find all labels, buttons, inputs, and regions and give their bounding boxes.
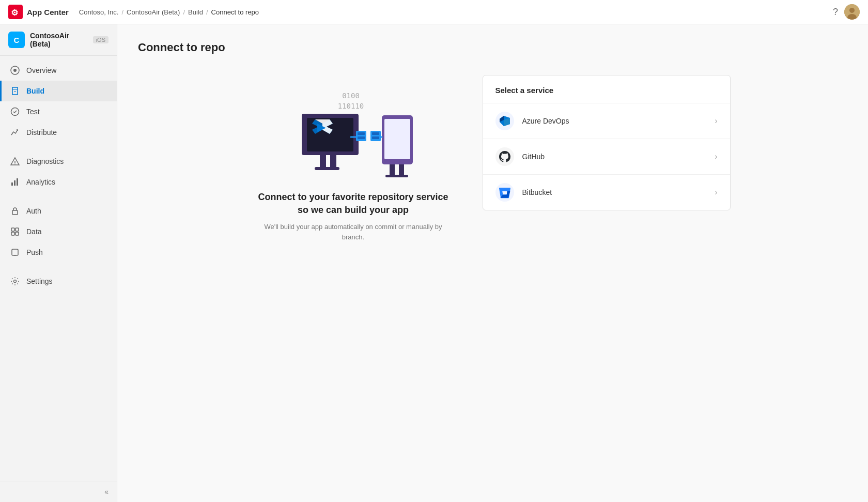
svg-text:⚙: ⚙: [11, 8, 18, 17]
svg-rect-19: [16, 228, 19, 231]
sidebar-item-test[interactable]: Test: [0, 101, 117, 122]
svg-text:110110: 110110: [337, 102, 364, 110]
breadcrumb-sep-1: /: [121, 8, 123, 16]
svg-rect-31: [325, 167, 339, 170]
service-item-github[interactable]: GitHub ›: [483, 139, 730, 175]
analytics-icon: [10, 177, 20, 187]
sidebar-item-build-label: Build: [26, 87, 44, 95]
page-title: Connect to repo: [138, 41, 847, 54]
user-avatar[interactable]: [844, 4, 860, 20]
github-chevron-icon: ›: [715, 152, 717, 161]
azure-devops-chevron-icon: ›: [715, 116, 717, 126]
distribute-icon: [10, 127, 20, 138]
topbar: ⚙ App Center Contoso, Inc. / ContosoAir …: [0, 0, 868, 24]
svg-rect-21: [16, 232, 19, 235]
content-body: 0100 110110: [138, 75, 847, 485]
svg-rect-20: [11, 232, 14, 235]
breadcrumb-current: Connect to repo: [211, 8, 259, 16]
svg-rect-39: [358, 136, 365, 139]
sidebar-item-diagnostics-label: Diagnostics: [26, 157, 64, 165]
github-icon: [495, 147, 514, 166]
sidebar-app-header: C ContosoAir (Beta) iOS: [0, 24, 117, 56]
service-item-bitbucket[interactable]: Bitbucket ›: [483, 175, 730, 210]
breadcrumb-contoso[interactable]: Contoso, Inc.: [79, 8, 119, 16]
svg-point-52: [495, 147, 514, 166]
sidebar-item-overview[interactable]: Overview: [0, 60, 117, 81]
service-name-github: GitHub: [522, 153, 707, 161]
sidebar-item-analytics[interactable]: Analytics: [0, 172, 117, 192]
breadcrumb: Contoso, Inc. / ContosoAir (Beta) / Buil…: [79, 8, 833, 16]
connect-illustration: 0100 110110: [271, 75, 436, 178]
service-selection-panel: Select a service Azure DevO: [483, 75, 731, 210]
svg-text:0100: 0100: [342, 92, 360, 100]
sidebar-item-analytics-label: Analytics: [26, 178, 55, 186]
svg-marker-7: [12, 87, 18, 95]
svg-rect-28: [320, 155, 326, 168]
breadcrumb-sep-3: /: [206, 8, 208, 16]
sidebar-item-auth[interactable]: Auth: [0, 201, 117, 221]
sidebar-app-name: ContosoAir (Beta): [30, 32, 88, 48]
svg-rect-18: [11, 228, 14, 231]
svg-rect-22: [12, 249, 18, 255]
sidebar-nav: Overview Build: [0, 56, 117, 481]
sidebar-item-settings-label: Settings: [26, 277, 53, 285]
build-icon: [10, 86, 20, 96]
svg-rect-15: [14, 180, 16, 186]
connect-subtitle: We'll build your app automatically on co…: [255, 222, 452, 242]
svg-rect-44: [384, 119, 410, 159]
main-layout: C ContosoAir (Beta) iOS Overview: [0, 24, 868, 502]
svg-rect-17: [12, 210, 18, 215]
svg-point-3: [849, 8, 855, 13]
sidebar-collapse-button[interactable]: «: [0, 481, 117, 502]
svg-rect-16: [17, 178, 18, 186]
bitbucket-icon: [495, 183, 514, 202]
avatar-image: [844, 4, 860, 20]
svg-rect-29: [330, 155, 336, 168]
sidebar-item-data-label: Data: [26, 227, 42, 236]
topbar-right: ?: [833, 4, 860, 20]
bitbucket-chevron-icon: ›: [715, 188, 717, 197]
svg-point-53: [495, 183, 514, 202]
test-icon: [10, 107, 20, 117]
azure-devops-icon: [495, 112, 514, 130]
breadcrumb-sep-2: /: [183, 8, 185, 16]
sidebar-app-platform: iOS: [93, 36, 109, 43]
sidebar-item-push-label: Push: [26, 248, 43, 256]
sidebar-item-push[interactable]: Push: [0, 242, 117, 263]
sidebar-item-auth-label: Auth: [26, 207, 41, 215]
svg-rect-41: [372, 132, 379, 135]
svg-rect-14: [11, 182, 13, 186]
app-center-logo-icon: ⚙: [8, 5, 23, 19]
data-icon: [10, 226, 20, 237]
breadcrumb-build[interactable]: Build: [188, 8, 203, 16]
diagnostics-icon: [10, 156, 20, 166]
help-button[interactable]: ?: [833, 7, 838, 18]
service-name-bitbucket: Bitbucket: [522, 188, 707, 196]
sidebar-item-data[interactable]: Data: [0, 221, 117, 242]
sidebar-item-test-label: Test: [26, 108, 40, 116]
push-icon: [10, 247, 20, 257]
svg-rect-45: [390, 164, 395, 176]
sidebar-item-settings[interactable]: Settings: [0, 271, 117, 292]
main-content: Connect to repo 0100 110110: [117, 24, 868, 502]
auth-icon: [10, 206, 20, 216]
breadcrumb-app[interactable]: ContosoAir (Beta): [127, 8, 180, 16]
connect-title: Connect to your favorite repository serv…: [255, 191, 452, 217]
sidebar-item-distribute-label: Distribute: [26, 128, 57, 136]
sidebar-item-distribute[interactable]: Distribute: [0, 122, 117, 143]
app-center-title: App Center: [27, 8, 69, 17]
settings-icon: [10, 276, 20, 286]
svg-point-6: [13, 69, 17, 72]
svg-rect-48: [396, 175, 408, 177]
service-name-azure-devops: Azure DevOps: [522, 117, 707, 125]
illustration-area: 0100 110110: [255, 75, 452, 242]
sidebar-item-diagnostics[interactable]: Diagnostics: [0, 151, 117, 172]
service-item-azure-devops[interactable]: Azure DevOps ›: [483, 103, 730, 139]
sidebar: C ContosoAir (Beta) iOS Overview: [0, 24, 117, 502]
sidebar-item-overview-label: Overview: [26, 66, 56, 74]
app-logo[interactable]: ⚙ App Center: [8, 5, 69, 19]
app-avatar: C: [8, 32, 25, 48]
svg-text:▶: ▶: [317, 121, 326, 133]
svg-rect-42: [372, 136, 379, 139]
sidebar-item-build[interactable]: Build: [0, 81, 117, 101]
